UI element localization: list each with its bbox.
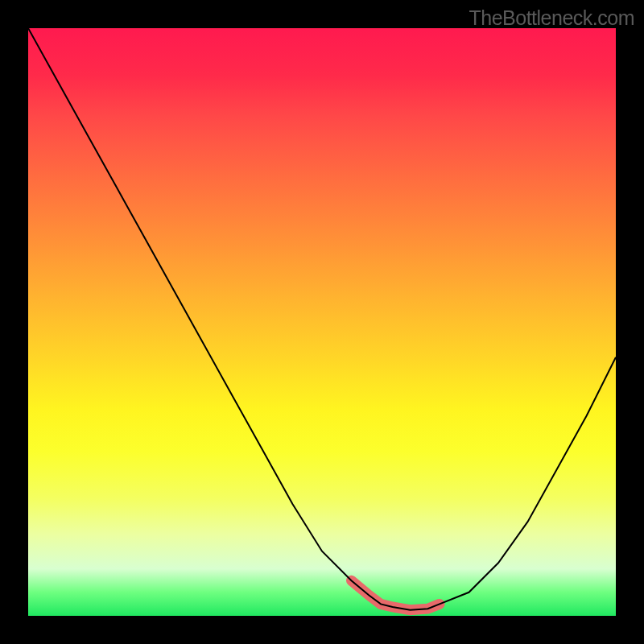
chart-plot-area bbox=[28, 28, 616, 616]
optimal-range-highlight bbox=[352, 580, 440, 610]
chart-svg bbox=[28, 28, 616, 616]
watermark-text: TheBottleneck.com bbox=[469, 6, 635, 30]
bottleneck-curve-line bbox=[28, 28, 616, 610]
